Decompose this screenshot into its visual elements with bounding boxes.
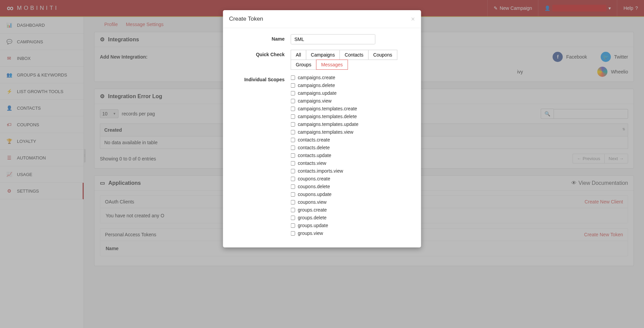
close-icon[interactable]: ×: [411, 16, 415, 17]
create-token-modal: Create Token × Name Quick Check AllCampa…: [223, 10, 421, 17]
modal-title: Create Token: [229, 16, 263, 17]
